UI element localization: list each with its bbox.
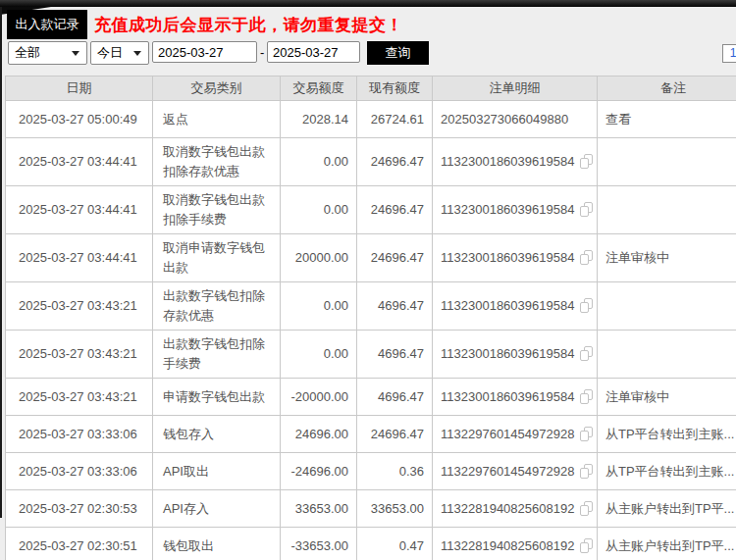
query-button[interactable]: 查询 — [367, 41, 429, 65]
table-row: 2025-03-27 02:30:53API存入33653.0033653.00… — [6, 490, 736, 528]
cell-balance: 0.47 — [357, 528, 433, 560]
table-row: 2025-03-27 03:33:06钱包存入24696.0024696.471… — [6, 416, 736, 453]
copy-icon[interactable] — [580, 250, 593, 265]
copy-icon[interactable] — [580, 538, 593, 553]
order-detail-number: 1132281940825608192 — [441, 501, 574, 516]
cell-type: 申请数字钱包出款 — [153, 379, 281, 416]
table-row: 2025-03-27 03:44:41取消数字钱包出款扣除手续费0.002469… — [6, 186, 736, 234]
cell-date: 2025-03-27 05:00:49 — [6, 101, 153, 138]
copy-icon[interactable] — [580, 298, 593, 313]
cell-detail: 1132300186039619584 — [433, 379, 598, 416]
order-detail-number: 1132297601454972928 — [441, 464, 574, 479]
cell-balance: 24696.47 — [357, 416, 433, 453]
col-header-type: 交易类别 — [153, 76, 281, 101]
col-header-date: 日期 — [6, 76, 153, 101]
cell-remark — [598, 282, 736, 331]
cell-balance: 4696.47 — [357, 331, 433, 379]
col-header-detail: 注单明细 — [433, 76, 598, 101]
date-range-select[interactable]: 今日 — [90, 41, 149, 65]
cell-remark — [598, 138, 736, 186]
date-separator: - — [260, 45, 264, 60]
table-row: 2025-03-27 03:43:21出款数字钱包扣除手续费0.004696.4… — [6, 331, 736, 379]
cell-date: 2025-03-27 03:43:21 — [6, 379, 153, 416]
cell-balance: 26724.61 — [357, 101, 433, 138]
table-row: 2025-03-27 03:33:06API取出-24696.000.36113… — [6, 453, 736, 490]
cell-amount: 0.00 — [281, 138, 357, 186]
col-header-balance: 现有额度 — [357, 76, 433, 101]
window-top-edge — [0, 0, 736, 7]
cell-type: API取出 — [153, 453, 281, 490]
copy-icon[interactable] — [580, 346, 593, 361]
cell-type: 取消申请数字钱包出款 — [153, 234, 281, 282]
date-from-input[interactable] — [152, 41, 257, 63]
order-detail-number: 1132297601454972928 — [441, 427, 574, 441]
cell-balance: 24696.47 — [357, 234, 433, 282]
copy-icon[interactable] — [580, 202, 593, 217]
cell-type: 返点 — [153, 101, 281, 138]
pagination-page-1[interactable]: 1 — [722, 44, 736, 63]
cell-amount: 20000.00 — [281, 234, 357, 282]
order-detail-number: 1132300186039619584 — [441, 154, 574, 169]
window-left-edge — [0, 7, 2, 518]
date-to-input[interactable] — [267, 41, 360, 63]
cell-amount: 24696.00 — [281, 416, 357, 453]
cell-remark: 从主账户转出到TP平... — [598, 528, 736, 560]
cell-detail: 1132300186039619584 — [433, 331, 598, 379]
cell-type: 钱包取出 — [153, 528, 281, 560]
transaction-type-select[interactable]: 全部 — [8, 41, 87, 65]
chevron-down-icon — [133, 51, 141, 56]
cell-remark: 注单审核中 — [598, 234, 736, 282]
transactions-table: 日期 交易类别 交易额度 现有额度 注单明细 备注 2025-03-27 05:… — [5, 76, 736, 560]
table-row: 2025-03-27 03:43:21申请数字钱包出款-20000.004696… — [6, 379, 736, 416]
cell-type: 取消数字钱包出款扣除存款优惠 — [153, 138, 281, 186]
cell-detail: 1132300186039619584 — [433, 282, 598, 331]
order-detail-number: 1132300186039619584 — [441, 202, 574, 217]
order-detail-number: 1132300186039619584 — [441, 250, 574, 265]
cell-amount: -24696.00 — [281, 453, 357, 490]
cell-amount: 0.00 — [281, 186, 357, 234]
cell-date: 2025-03-27 03:44:41 — [6, 138, 153, 186]
cell-balance: 4696.47 — [357, 282, 433, 331]
order-detail-number: 202503273066049880 — [441, 112, 568, 127]
cell-balance: 33653.00 — [357, 490, 433, 528]
warning-text: 充值成功后会显示于此，请勿重复提交！ — [94, 14, 403, 36]
table-row: 2025-03-27 03:43:21出款数字钱包扣除存款优惠0.004696.… — [6, 282, 736, 331]
copy-icon[interactable] — [580, 427, 593, 441]
cell-amount: -33653.00 — [281, 528, 357, 560]
cell-date: 2025-03-27 03:44:41 — [6, 186, 153, 234]
cell-detail: 1132281940825608192 — [433, 528, 598, 560]
cell-remark — [598, 331, 736, 379]
order-detail-number: 1132300186039619584 — [441, 389, 574, 404]
cell-balance: 24696.47 — [357, 138, 433, 186]
cell-detail: 1132300186039619584 — [433, 138, 598, 186]
cell-balance: 4696.47 — [357, 379, 433, 416]
cell-type: 取消数字钱包出款扣除手续费 — [153, 186, 281, 234]
table-body: 2025-03-27 05:00:49返点2028.1426724.612025… — [6, 101, 736, 560]
cell-detail: 1132300186039619584 — [433, 234, 598, 282]
copy-icon[interactable] — [580, 464, 593, 479]
cell-balance: 24696.47 — [357, 186, 433, 234]
cell-date: 2025-03-27 03:44:41 — [6, 234, 153, 282]
table-row: 2025-03-27 03:44:41取消申请数字钱包出款20000.00246… — [6, 234, 736, 282]
order-detail-number: 1132281940825608192 — [441, 538, 574, 553]
cell-balance: 0.36 — [357, 453, 433, 490]
date-range-value: 今日 — [97, 45, 123, 60]
cell-remark: 注单审核中 — [598, 379, 736, 416]
tab-deposit-withdrawal-records[interactable]: 出入款记录 — [7, 10, 87, 39]
copy-icon[interactable] — [580, 501, 593, 516]
cell-amount: 2028.14 — [281, 101, 357, 138]
cell-amount: -20000.00 — [281, 379, 357, 416]
copy-icon[interactable] — [580, 389, 593, 404]
table-row: 2025-03-27 02:30:51钱包取出-33653.000.471132… — [6, 528, 736, 560]
cell-remark — [598, 186, 736, 234]
cell-detail: 1132297601454972928 — [433, 453, 598, 490]
view-link[interactable]: 查看 — [598, 101, 736, 138]
cell-type: 出款数字钱包扣除存款优惠 — [153, 282, 281, 331]
transaction-type-value: 全部 — [15, 45, 40, 60]
cell-date: 2025-03-27 02:30:51 — [6, 528, 153, 560]
cell-date: 2025-03-27 03:43:21 — [6, 282, 153, 331]
table-row: 2025-03-27 03:44:41取消数字钱包出款扣除存款优惠0.00246… — [6, 138, 736, 186]
cell-detail: 1132300186039619584 — [433, 186, 598, 234]
copy-icon[interactable] — [580, 154, 593, 169]
col-header-amount: 交易额度 — [281, 76, 357, 101]
